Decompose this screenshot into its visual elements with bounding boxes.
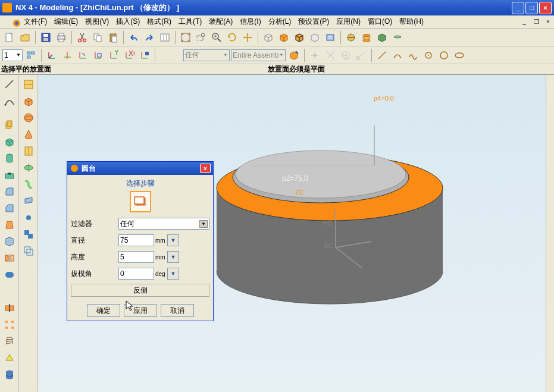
line-icon[interactable] [375, 48, 389, 62]
hidden-icon[interactable] [308, 30, 322, 45]
draft-icon[interactable] [2, 218, 17, 232]
unite-icon[interactable] [2, 268, 17, 282]
pan-icon[interactable] [240, 30, 255, 45]
wcs-save-icon[interactable] [137, 48, 152, 62]
menu-info[interactable]: 信息(I) [236, 15, 264, 28]
doc-restore-icon[interactable]: ❐ [531, 17, 541, 27]
ellipse-icon[interactable] [452, 48, 467, 62]
zoom-icon[interactable] [209, 30, 224, 45]
diameter-input[interactable] [118, 234, 154, 246]
subtract-icon[interactable] [2, 284, 17, 299]
open-icon[interactable] [18, 30, 32, 45]
circle-icon[interactable] [421, 48, 436, 62]
snap-center-icon[interactable] [339, 48, 353, 62]
fit-icon[interactable] [179, 30, 193, 45]
dialog-titlebar[interactable]: 圆台 × [67, 162, 213, 175]
height-input[interactable] [118, 251, 154, 263]
chamfer-icon[interactable] [2, 201, 17, 215]
book-icon[interactable] [21, 144, 36, 158]
arc-icon[interactable] [390, 48, 405, 62]
circle2-icon[interactable] [437, 48, 451, 62]
cone-icon[interactable] [21, 127, 36, 142]
shaded-edges-icon[interactable] [292, 30, 306, 45]
snap-point-icon[interactable] [308, 48, 322, 62]
cancel-button[interactable]: 取消 [161, 304, 194, 317]
menu-format[interactable]: 格式(R) [143, 15, 175, 28]
copy-icon[interactable] [90, 30, 105, 45]
menu-tools[interactable]: 工具(T) [175, 15, 205, 28]
new-icon[interactable] [2, 30, 17, 45]
doc-close-icon[interactable]: × [543, 17, 553, 27]
mirror-icon[interactable] [2, 251, 17, 265]
select-cube-icon[interactable] [287, 48, 301, 62]
thread-icon[interactable] [2, 334, 17, 349]
filter-combo[interactable]: 任何▼ [118, 218, 209, 230]
snap-intersect-icon[interactable] [323, 48, 337, 62]
menu-file[interactable]: 文件(F) [20, 15, 51, 28]
apply-button[interactable]: 应用 [124, 304, 157, 317]
rotate-icon[interactable] [225, 30, 239, 45]
maximize-button[interactable]: □ [525, 2, 538, 14]
taper-input[interactable] [118, 268, 154, 280]
block-icon[interactable] [2, 134, 17, 149]
wcs-dynamics-icon[interactable] [45, 48, 59, 62]
wcs-origin-icon[interactable] [60, 48, 74, 62]
shaded-icon[interactable] [277, 30, 291, 45]
revolve-icon[interactable] [21, 161, 36, 175]
spline-icon[interactable] [406, 48, 420, 62]
sphere-icon[interactable] [21, 111, 36, 125]
redo-icon[interactable] [142, 30, 157, 45]
wcs-xc-icon[interactable]: XC [122, 48, 136, 62]
shell-icon[interactable] [2, 234, 17, 249]
menu-window[interactable]: 窗口(O) [364, 15, 396, 28]
menu-analyze[interactable]: 分析(L) [265, 15, 295, 28]
see-through-icon[interactable] [323, 30, 337, 45]
sketch-icon[interactable] [21, 77, 36, 92]
body-icon[interactable] [375, 30, 389, 45]
taper-dropdown-button[interactable]: ▼ [167, 268, 179, 280]
doc-minimize-icon[interactable]: _ [519, 17, 529, 27]
fillet-icon[interactable] [2, 184, 17, 199]
menu-insert[interactable]: 插入(S) [112, 15, 143, 28]
menu-assembly[interactable]: 装配(A) [205, 15, 236, 28]
wcs-yc-icon[interactable]: YC [107, 48, 121, 62]
trim-body-icon[interactable] [2, 301, 17, 315]
sheet-icon[interactable] [390, 30, 405, 45]
cut-icon[interactable] [75, 30, 89, 45]
intersect-icon[interactable] [21, 211, 36, 225]
close-button[interactable]: × [539, 2, 552, 14]
db-icon[interactable] [2, 368, 17, 382]
minimize-button[interactable]: _ [512, 2, 524, 14]
menu-preset[interactable]: 预设置(P) [295, 15, 333, 28]
pattern-icon[interactable] [2, 318, 17, 332]
sweep-icon[interactable] [21, 177, 36, 192]
filter-assembly-combo[interactable]: Entire Assemb▼ [231, 49, 286, 61]
offset-icon[interactable] [21, 244, 36, 258]
menu-help[interactable]: 帮助(H) [396, 15, 427, 28]
filter-any-combo[interactable]: 任何▼ [183, 49, 230, 61]
save-icon[interactable] [39, 30, 53, 45]
flip-button[interactable]: 反侧 [71, 284, 209, 297]
palette-icon[interactable] [158, 30, 172, 45]
sketch-line-icon[interactable] [2, 77, 17, 92]
ok-button[interactable]: 确定 [87, 304, 120, 317]
feature-tree-icon[interactable] [24, 48, 38, 62]
step-face-button[interactable] [130, 191, 151, 212]
menu-view[interactable]: 视图(V) [82, 15, 112, 28]
dialog-close-button[interactable]: × [200, 164, 211, 173]
wcs-rotate-icon[interactable] [76, 48, 90, 62]
zoom-window-icon[interactable] [194, 30, 208, 45]
extrude-icon[interactable] [2, 118, 17, 132]
diameter-dropdown-button[interactable]: ▼ [167, 234, 179, 246]
wireframe-icon[interactable] [261, 30, 276, 45]
menu-app[interactable]: 应用(N) [333, 15, 364, 28]
menu-edit[interactable]: 编辑(E) [51, 15, 82, 28]
wcs-orient-icon[interactable] [91, 48, 105, 62]
paste-icon[interactable] [106, 30, 120, 45]
print-icon[interactable] [54, 30, 68, 45]
snap-end-icon[interactable] [354, 48, 368, 62]
cube-icon[interactable] [21, 94, 36, 108]
layer-icon[interactable] [359, 30, 374, 45]
section-icon[interactable] [344, 30, 358, 45]
hole-icon[interactable] [2, 168, 17, 182]
